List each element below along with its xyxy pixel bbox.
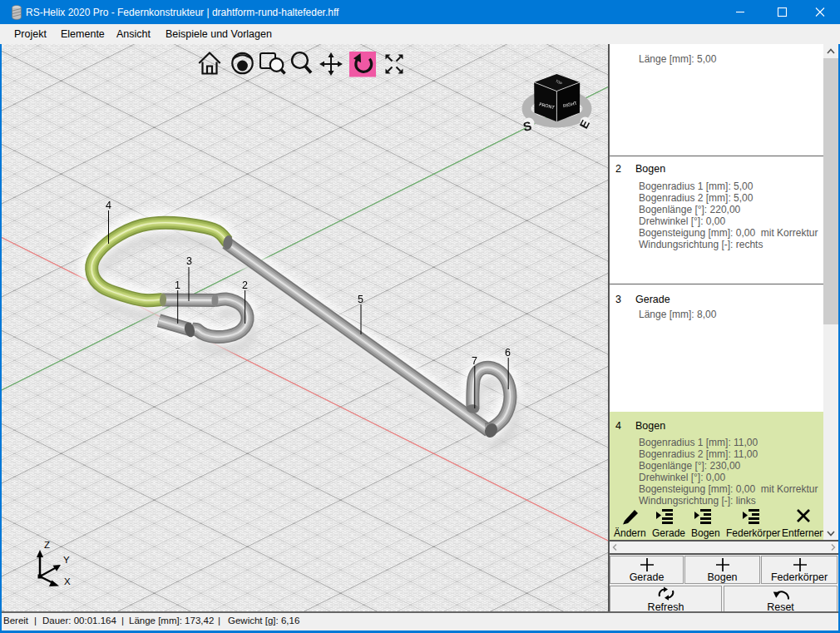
svg-text:3: 3 [186,255,192,267]
svg-text:5: 5 [358,294,363,305]
svg-text:7: 7 [472,355,477,367]
svg-text:6: 6 [505,347,511,359]
svg-text:X: X [64,576,71,586]
svg-text:Y: Y [63,555,70,565]
svg-text:2: 2 [242,279,248,291]
svg-text:Z: Z [44,540,50,550]
svg-text:4: 4 [106,200,111,211]
svg-text:1: 1 [175,279,180,291]
